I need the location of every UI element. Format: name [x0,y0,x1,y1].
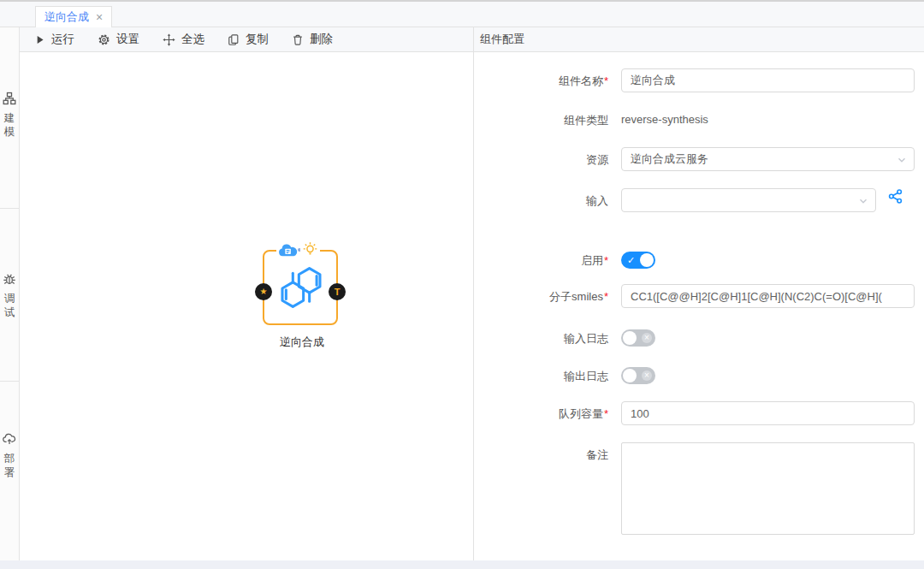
workflow-canvas[interactable]: ★ T 逆向合成 [20,53,473,560]
run-label: 运行 [51,32,74,47]
output-port[interactable]: T [329,283,346,300]
chevron-down-icon [858,196,868,209]
settings-button[interactable]: 设置 [98,32,139,47]
input-port[interactable]: ★ [255,283,272,300]
field-label-resource: 资源 [474,152,608,168]
component-name-input[interactable] [621,68,915,92]
field-label-component-type: 组件类型 [474,113,608,128]
config-form: 组件名称* 组件类型 reverse-synthesis 资源 逆向合成云服务 … [474,52,924,560]
field-label-output-log: 输出日志 [474,369,608,384]
copy-label: 复制 [246,32,269,47]
cloud-icon [276,243,299,258]
field-label-input-log: 输入日志 [474,331,608,347]
tab-close-icon[interactable]: × [96,11,103,23]
tab-reverse-synthesis[interactable]: 逆向合成 × [35,6,112,27]
remark-textarea[interactable] [621,442,915,535]
switch-x-icon: × [642,333,652,343]
field-label-input: 输入 [474,193,608,209]
share-icon[interactable] [888,189,903,204]
cloud-upload-icon [3,432,16,446]
bottom-status-strip [0,560,924,569]
node-label: 逆向合成 [256,335,348,350]
copy-button[interactable]: 复制 [228,32,269,47]
required-marker: * [604,74,608,87]
trash-icon [292,33,304,46]
t-port-icon: T [335,287,341,297]
bulb-icon [300,241,320,258]
field-label-remark: 备注 [474,447,608,463]
input-log-toggle[interactable]: × [621,329,655,347]
field-label-molecule-smiles: 分子smiles* [474,289,608,305]
run-button[interactable]: 运行 [34,32,74,47]
sidebar-item-deploy[interactable]: 部署 [0,432,19,480]
play-icon [34,34,45,45]
delete-button[interactable]: 删除 [292,32,333,47]
sidebar-item-modeling[interactable]: 建模 [0,92,19,139]
node-reverse-synthesis[interactable]: ★ T 逆向合成 [263,250,338,325]
molecule-smiles-input[interactable] [621,284,915,308]
required-marker: * [604,290,608,303]
chevron-down-icon [897,155,907,168]
switch-check-icon: ✓ [627,254,635,266]
component-config-panel: 组件配置 组件名称* 组件类型 reverse-synthesis 资源 逆向合… [473,27,924,560]
field-label-component-name: 组件名称* [474,74,608,89]
switch-knob [623,331,637,345]
sidebar-divider [0,381,19,382]
sidebar-item-label: 部署 [3,452,15,480]
switch-knob [623,369,637,382]
delete-label: 删除 [310,32,333,47]
switch-x-icon: × [642,370,652,381]
enable-toggle[interactable]: ✓ [621,252,655,269]
tab-bar [0,2,924,27]
canvas-toolbar: 运行 设置 全选 复制 [20,27,473,52]
field-label-enable: 启用* [474,253,608,269]
switch-knob [640,253,654,267]
resource-select[interactable]: 逆向合成云服务 [621,147,915,171]
panel-title: 组件配置 [474,27,924,52]
sidebar-item-debug[interactable]: 调试 [0,272,19,320]
resource-select-value: 逆向合成云服务 [631,151,708,167]
select-all-button[interactable]: 全选 [163,32,204,47]
sitemap-icon [3,92,16,105]
select-all-label: 全选 [181,32,204,47]
gear-icon [98,33,110,46]
component-type-value: reverse-synthesis [621,113,708,126]
left-sidebar: 建模 调试 部署 [0,27,20,560]
required-marker: * [604,407,608,420]
move-icon [163,33,175,46]
star-icon: ★ [260,287,268,296]
output-log-toggle[interactable]: × [621,367,655,384]
field-label-queue-capacity: 队列容量* [474,406,608,422]
copy-icon [228,33,240,46]
tab-label: 逆向合成 [44,9,89,25]
molecule-icon [278,261,325,317]
bug-icon [3,272,16,286]
sidebar-item-label: 建模 [3,111,15,139]
required-marker: * [604,254,608,267]
sidebar-item-label: 调试 [3,292,15,320]
settings-label: 设置 [116,32,139,47]
input-select[interactable] [621,188,876,212]
queue-capacity-input[interactable] [621,401,915,425]
sidebar-divider [0,208,19,209]
